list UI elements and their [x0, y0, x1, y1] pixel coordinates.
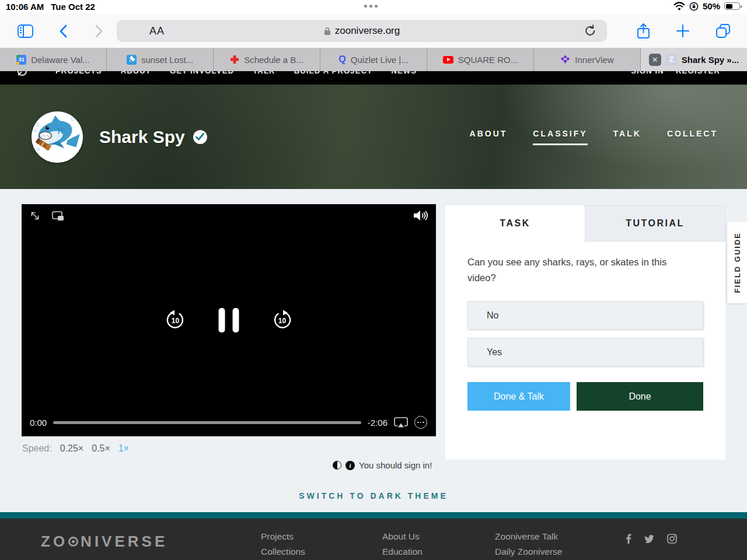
- skip-back-10-button[interactable]: 10: [165, 310, 186, 331]
- fullscreen-icon[interactable]: [30, 211, 40, 221]
- speed-controls: Speed: 0.25× 0.5× 1×: [22, 443, 129, 454]
- pause-button[interactable]: [219, 308, 239, 332]
- facebook-icon[interactable]: [626, 534, 631, 544]
- site-nav-build[interactable]: BUILD A PROJECT: [294, 71, 373, 75]
- task-panel: TASK TUTORIAL Can you see any sharks, ra…: [445, 205, 725, 460]
- tab-title: SQUARE RO...: [458, 55, 518, 65]
- sidebar-toggle-button[interactable]: [16, 14, 34, 48]
- tab-innerview[interactable]: InnerView: [534, 48, 641, 71]
- verified-badge-icon: [193, 130, 207, 144]
- footer-col-talk: Zooniverse Talk Daily Zooniverse: [495, 531, 562, 557]
- back-button[interactable]: [56, 14, 70, 48]
- teal-divider: [0, 512, 747, 519]
- quizlet-icon: Q: [338, 54, 345, 65]
- youtube-icon: [443, 56, 453, 64]
- project-nav: ABOUT CLASSIFY TALK COLLECT: [470, 129, 718, 145]
- footer-link-collections[interactable]: Collections: [261, 547, 305, 557]
- forward-button[interactable]: [92, 14, 106, 48]
- site-nav-talk[interactable]: TALK: [253, 71, 275, 75]
- site-nav-get-involved[interactable]: GET INVOLVED: [170, 71, 234, 75]
- new-tab-button[interactable]: [675, 14, 691, 48]
- tab-title: Shark Spy »...: [682, 55, 739, 65]
- tab-title: Schedule a B...: [244, 55, 303, 65]
- reload-button[interactable]: [584, 24, 596, 38]
- reader-options-button[interactable]: AA: [149, 25, 165, 37]
- battery-icon: [724, 2, 740, 10]
- tab-title: Delaware Val...: [31, 55, 90, 65]
- seek-bar[interactable]: [53, 421, 361, 424]
- project-nav-classify[interactable]: CLASSIFY: [533, 129, 587, 145]
- signin-hint-text: You should sign in!: [359, 460, 432, 470]
- tab-sunset-lost[interactable]: sunset Lost...: [107, 48, 214, 71]
- svg-text:10: 10: [278, 317, 287, 325]
- tab-title: sunset Lost...: [141, 55, 193, 65]
- status-time: 10:06 AM: [6, 2, 44, 12]
- project-title: Shark Spy: [99, 127, 185, 147]
- tab-delaware-valley[interactable]: 31 Delaware Val...: [0, 48, 107, 71]
- safari-toolbar: AA zooniverse.org: [0, 14, 747, 48]
- done-button[interactable]: Done: [577, 382, 703, 411]
- tab-tutorial[interactable]: TUTORIAL: [585, 205, 725, 242]
- tab-shark-spy-active[interactable]: ✕ Z Shark Spy »...: [641, 48, 747, 71]
- twitter-icon[interactable]: [644, 535, 654, 543]
- speed-1[interactable]: 1×: [118, 443, 129, 454]
- footer-link-daily-zooniverse[interactable]: Daily Zooniverse: [495, 547, 562, 557]
- speed-05[interactable]: 0.5×: [92, 443, 110, 454]
- footer-link-about-us[interactable]: About Us: [382, 531, 423, 542]
- register-link[interactable]: REGISTER: [676, 71, 720, 75]
- close-tab-button[interactable]: ✕: [649, 54, 661, 66]
- contrast-theme-icon[interactable]: [333, 461, 341, 470]
- multitask-dots-icon: [364, 5, 378, 8]
- tab-schedule[interactable]: Schedule a B...: [214, 48, 320, 71]
- tab-quizlet[interactable]: Q Quizlet Live |...: [320, 48, 427, 71]
- wifi-icon: [673, 2, 685, 10]
- address-bar[interactable]: AA zooniverse.org: [117, 20, 607, 42]
- footer-link-projects[interactable]: Projects: [261, 531, 305, 542]
- more-options-icon[interactable]: [414, 416, 427, 429]
- svg-text:10: 10: [172, 317, 180, 325]
- tabs-overview-button[interactable]: [714, 14, 732, 48]
- status-date: Tue Oct 22: [51, 2, 95, 12]
- site-nav-news[interactable]: NEWS: [391, 71, 417, 75]
- volume-icon[interactable]: [413, 209, 428, 222]
- share-button[interactable]: [635, 14, 651, 48]
- project-banner: Shark Spy ABOUT CLASSIFY TALK COLLECT: [0, 85, 747, 189]
- tab-task[interactable]: TASK: [445, 205, 585, 242]
- info-icon[interactable]: i: [345, 461, 355, 470]
- sign-in-link[interactable]: SIGN IN: [631, 71, 664, 75]
- answer-no-button[interactable]: No: [467, 301, 703, 330]
- picture-in-picture-icon[interactable]: [52, 211, 64, 221]
- field-guide-tab[interactable]: FIELD GUIDE: [727, 222, 747, 303]
- project-nav-collect[interactable]: COLLECT: [667, 129, 718, 145]
- current-time: 0:00: [30, 418, 47, 428]
- answer-yes-button[interactable]: Yes: [467, 338, 703, 366]
- speed-025[interactable]: 0.25×: [60, 443, 83, 454]
- puzzle-icon: [127, 55, 137, 65]
- project-nav-talk[interactable]: TALK: [613, 129, 641, 145]
- medical-cross-icon: [230, 55, 239, 64]
- done-and-talk-button[interactable]: Done & Talk: [467, 382, 570, 411]
- zooniverse-favicon: Z: [666, 54, 677, 65]
- video-player[interactable]: 10 10 0:00 -2:06: [22, 204, 436, 436]
- airplay-icon[interactable]: [394, 417, 408, 428]
- tab-square-ro[interactable]: SQUARE RO...: [427, 48, 534, 71]
- google-calendar-icon: 31: [16, 55, 26, 65]
- site-nav-about[interactable]: ABOUT: [121, 71, 151, 75]
- battery-percent: 50%: [703, 1, 720, 11]
- tab-bar: 31 Delaware Val... sunset Lost... Schedu…: [0, 48, 747, 71]
- footer-link-zooniverse-talk[interactable]: Zooniverse Talk: [495, 531, 562, 542]
- field-guide-label: FIELD GUIDE: [733, 232, 742, 293]
- site-nav-projects[interactable]: PROJECTS: [55, 71, 102, 75]
- footer-col-about: About Us Education: [382, 531, 423, 557]
- zooniverse-footer-logo: ZONIVERSE: [41, 533, 167, 551]
- footer-link-education[interactable]: Education: [382, 547, 423, 557]
- tab-title: InnerView: [575, 55, 613, 65]
- switch-theme-link[interactable]: SWITCH TO DARK THEME: [0, 491, 747, 501]
- orientation-lock-icon: [689, 2, 699, 11]
- zooniverse-logo-icon: [16, 71, 28, 77]
- project-avatar: [32, 111, 83, 163]
- remaining-time: -2:06: [368, 418, 388, 428]
- skip-forward-10-button[interactable]: 10: [272, 310, 293, 331]
- instagram-icon[interactable]: [667, 534, 677, 544]
- project-nav-about[interactable]: ABOUT: [470, 129, 508, 145]
